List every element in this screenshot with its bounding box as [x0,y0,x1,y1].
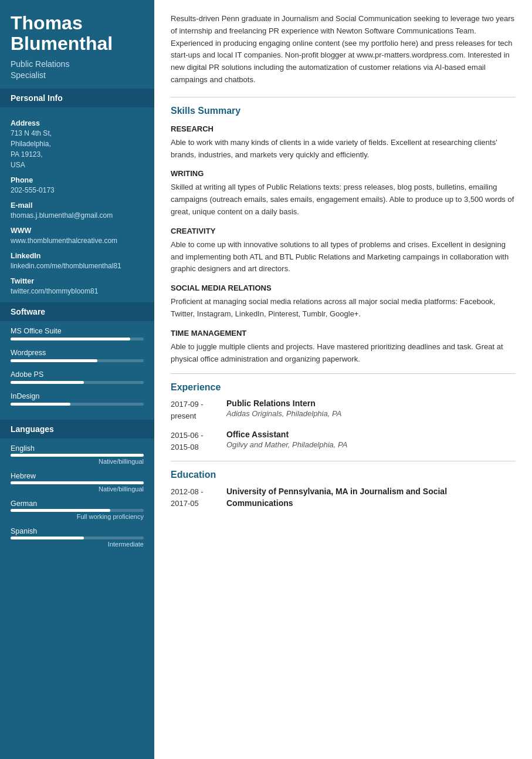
www-label: WWW [11,227,144,235]
candidate-title: Public RelationsSpecialist [11,59,144,80]
skill-ms-office-bar-fill [11,338,130,340]
skill-desc-writing: Skilled at writing all types of Public R… [171,181,516,218]
education-section: Education 2012-08 -2017-05 University of… [171,470,516,509]
exp-title-1: Public Relations Intern [226,399,516,408]
lang-english-bar-fill [11,454,144,457]
exp-date-2: 2015-06 -2015-08 [171,430,226,453]
experience-section: Experience 2017-09 -present Public Relat… [171,382,516,453]
twitter-value: twitter.com/thommybloom81 [11,286,144,296]
linkedin-value: linkedin.com/me/thomblumenthal81 [11,261,144,271]
skill-ms-office-name: MS Office Suite [11,327,144,335]
skill-ms-office: MS Office Suite [11,327,144,340]
exp-company-1: Adidas Originals, Philadelphia, PA [226,409,516,418]
divider-3 [171,461,516,461]
skill-heading-research: RESEARCH [171,124,516,133]
languages-body: English Native/billingual Hebrew Native/… [0,438,154,561]
lang-hebrew-name: Hebrew [11,472,144,480]
experience-title: Experience [171,382,516,393]
skill-wordpress-bar-fill [11,359,97,362]
skill-desc-research: Able to work with many kinds of clients … [171,137,516,161]
skill-adobe-ps-bar-bg [11,381,144,384]
email-value: thomas.j.blumenthal@gmail.com [11,210,144,221]
lang-hebrew: Hebrew Native/billingual [11,472,144,492]
www-value: www.thomblumenthalcreative.com [11,235,144,246]
skill-adobe-ps: Adobe PS [11,370,144,384]
skill-wordpress-bar-bg [11,359,144,362]
skill-indesign-name: InDesign [11,392,144,400]
skill-indesign: InDesign [11,392,144,406]
divider-2 [171,373,516,374]
skills-section: Skills Summary RESEARCH Able to work wit… [171,106,516,366]
lang-german-bar-bg [11,509,144,512]
lang-hebrew-bar-bg [11,481,144,484]
lang-spanish: Spanish Intermediate [11,527,144,548]
exp-title-2: Office Assistant [226,430,516,439]
lang-english: English Native/billingual [11,444,144,465]
main-content: Results-driven Penn graduate in Journali… [154,0,532,759]
twitter-label: Twitter [11,277,144,285]
lang-hebrew-bar-fill [11,481,144,484]
lang-german-bar-fill [11,509,110,512]
edu-details-1: University of Pennsylvania, MA in Journa… [226,486,516,509]
skill-wordpress-name: Wordpress [11,349,144,357]
lang-english-bar-bg [11,454,144,457]
skill-ms-office-bar-bg [11,338,144,340]
personal-info-header: Personal Info [0,89,154,107]
experience-row-1: 2017-09 -present Public Relations Intern… [171,399,516,421]
software-header: Software [0,302,154,321]
candidate-name: Thomas Blumenthal [11,13,144,54]
lang-spanish-bar-bg [11,537,144,539]
skill-indesign-bar-bg [11,403,144,406]
lang-english-name: English [11,444,144,453]
skill-desc-time-mgmt: Able to juggle multiple clients and proj… [171,341,516,366]
skill-adobe-ps-bar-fill [11,381,84,384]
skill-heading-social-media: SOCIAL MEDIA RELATIONS [171,284,516,292]
summary-text: Results-driven Penn graduate in Journali… [171,13,516,86]
languages-header: Languages [0,420,154,438]
lang-english-level: Native/billingual [11,458,144,465]
lang-german-level: Full working proficiency [11,513,144,520]
exp-details-2: Office Assistant Ogilvy and Mather, Phil… [226,430,516,453]
email-label: E-mail [11,201,144,210]
skill-desc-creativity: Able to come up with innovative solution… [171,239,516,275]
edu-title-1: University of Pennsylvania, MA in Journa… [226,486,516,509]
sidebar-header: Thomas Blumenthal Public RelationsSpecia… [0,0,154,89]
address-label: Address [11,119,144,127]
software-body: MS Office Suite Wordpress Adobe PS InDes… [0,321,154,420]
lang-spanish-bar-fill [11,537,84,539]
edu-date-1: 2012-08 -2017-05 [171,486,226,509]
skill-adobe-ps-name: Adobe PS [11,370,144,379]
lang-german-name: German [11,500,144,508]
exp-date-1: 2017-09 -present [171,399,226,421]
personal-info-body: Address 713 N 4th St,Philadelphia,PA 191… [0,107,154,302]
phone-value: 202-555-0173 [11,185,144,195]
lang-german: German Full working proficiency [11,500,144,520]
lang-spanish-level: Intermediate [11,541,144,548]
skill-wordpress: Wordpress [11,349,144,362]
education-title: Education [171,470,516,480]
skill-desc-social-media: Proficient at managing social media rela… [171,296,516,321]
skill-heading-creativity: CREATIVITY [171,227,516,235]
linkedin-label: LinkedIn [11,252,144,260]
lang-hebrew-level: Native/billingual [11,485,144,492]
sidebar: Thomas Blumenthal Public RelationsSpecia… [0,0,154,759]
skill-heading-writing: WRITING [171,169,516,178]
skill-heading-time-mgmt: TIME MANAGEMENT [171,329,516,338]
lang-spanish-name: Spanish [11,527,144,535]
skills-title: Skills Summary [171,106,516,116]
skill-indesign-bar-fill [11,403,70,406]
exp-details-1: Public Relations Intern Adidas Originals… [226,399,516,421]
edu-row-1: 2012-08 -2017-05 University of Pennsylva… [171,486,516,509]
divider-1 [171,97,516,97]
phone-label: Phone [11,176,144,184]
exp-company-2: Ogilvy and Mather, Philadelphia, PA [226,440,516,449]
address-value: 713 N 4th St,Philadelphia,PA 19123,USA [11,128,144,170]
experience-row-2: 2015-06 -2015-08 Office Assistant Ogilvy… [171,430,516,453]
